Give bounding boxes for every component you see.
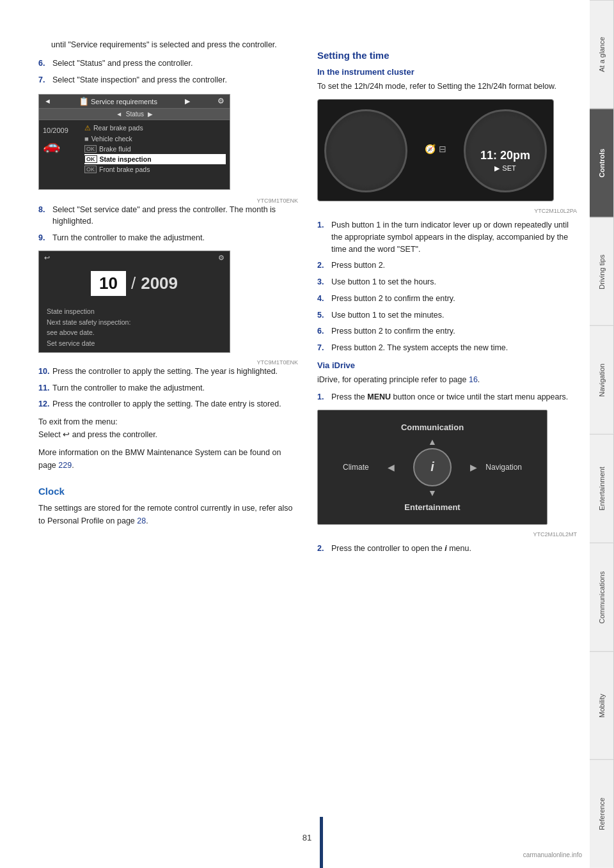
inst-step-7-num: 7. [317,342,331,354]
clock-text-label: The settings are stored for the remote c… [38,504,292,525]
step-9-num: 9. [38,232,52,244]
more-info-link[interactable]: 229 [58,461,72,470]
inst-step-1-text: Push button 1 in the turn indicator leve… [331,219,577,255]
screen-rows: 10/2009 🚗 ⚠ Rear brake pads ■ Vehicle ch… [39,120,230,177]
screen-left-info: 10/2009 🚗 [43,123,84,174]
settings-icon: ⚙ [218,254,224,262]
screen-row-brake-pads: ⚠ Rear brake pads [84,123,226,134]
left-column: until "Service requirements" is selected… [38,38,298,842]
instrument-steps: 1. Push button 1 in the turn indicator l… [317,219,577,354]
date-box-header: ↩ ⚙ [39,251,230,265]
inst-step-2: 2. Press button 2. [317,260,577,272]
step-12-text: Press the controller to apply the settin… [52,398,298,410]
instrument-cluster-heading: In the instrument cluster [317,67,577,77]
step-8-text: Select "Set service date" and press the … [52,204,298,228]
screen-items: ⚠ Rear brake pads ■ Vehicle check OK Bra… [84,123,226,174]
left-gauge [324,109,407,192]
screen-row-vehicle-check: ■ Vehicle check [84,134,226,144]
more-info-end: . [72,461,74,470]
step-12-num: 12. [38,398,52,410]
screen-header-back-icon: ◄ [44,97,51,105]
ok-badge-brake-fluid: OK [84,145,97,153]
cluster-center-icons: 🧭 ⊟ [425,144,446,157]
via-idrive-heading: Via iDrive [317,360,577,370]
exit-text: To exit from the menu: Select ↩ and pres… [38,415,298,441]
screen-row-vehicle-check-label: Vehicle check [91,135,132,143]
date-info: State inspection Next state safety inspe… [39,302,230,353]
sidebar-item-controls[interactable]: Controls [590,109,614,217]
sidebar-tabs: At a glance Controls Driving tips Naviga… [590,0,614,868]
intro-text: until "Service requirements" is selected… [38,38,298,51]
sidebar-item-navigation[interactable]: Navigation [590,325,614,434]
sidebar-item-mobility[interactable]: Mobility [590,651,614,760]
ok-badge-front-brake: OK [84,166,97,173]
set-arrow-icon: ▶ [494,164,500,173]
sidebar-item-at-a-glance[interactable]: At a glance [590,0,614,109]
idrive-navigation-label: Navigation [485,463,522,472]
idrive-intro-end: . [478,375,480,384]
cluster-inner: 11: 20pm ▶ SET 🧭 ⊟ [318,100,553,201]
screen-row-front-brake: OK Front brake pads [84,164,226,174]
inst-step-1-num: 1. [317,219,331,255]
clock-page-link[interactable]: 28 [137,516,146,525]
inst-step-2-num: 2. [317,260,331,272]
inst-step-3-text: Use button 1 to set the hours. [331,276,577,288]
date-info-line2: Next state safety inspection: [47,317,222,328]
cluster-screen-caption: YTC2M1L0L2PA [317,208,577,214]
step-8: 8. Select "Set service date" and press t… [38,204,298,228]
inst-step-4: 4. Press button 2 to confirm the entry. [317,293,577,305]
date-info-line3: see above date. [47,327,222,338]
step-12: 12. Press the controller to apply the se… [38,398,298,410]
step-6: 6. Select "Status" and press the control… [38,58,298,70]
idrive-step-1-num: 1. [317,391,331,403]
step-7: 7. Select "State inspection" and press t… [38,74,298,86]
inst-step-6-text: Press button 2 to confirm the entry. [331,325,577,337]
service-screen-caption: YTC9M1T0ENK [38,198,298,204]
idrive-intro: iDrive, for operating principle refer to… [317,373,577,386]
step-6-num: 6. [38,58,52,70]
watermark: carmanualonline.info [523,851,582,858]
step-7-text: Select "State inspection" and press the … [52,74,298,86]
sidebar-item-entertainment[interactable]: Entertainment [590,434,614,543]
steps-part2: 8. Select "Set service date" and press t… [38,204,298,244]
inst-step-4-num: 4. [317,293,331,305]
screen-row-front-brake-label: Front brake pads [99,166,150,173]
idrive-arrow-up: ▲ [428,437,437,447]
idrive-center-circle: i [413,448,452,486]
step-9: 9. Turn the controller to make the adjus… [38,232,298,244]
screen-status-bar: ◄ Status ▶ [39,109,230,120]
inst-step-6: 6. Press button 2 to confirm the entry. [317,325,577,337]
inst-step-5-num: 5. [317,309,331,322]
inst-step-7-text: Press button 2. The system accepts the n… [331,342,577,354]
sidebar-item-driving-tips[interactable]: Driving tips [590,217,614,326]
set-text: SET [502,164,516,172]
step-10-num: 10. [38,366,52,378]
idrive-step-2-text: Press the controller to open the i menu. [331,543,577,555]
idrive-arrow-left: ◀ [388,462,395,472]
back-nav-icon: ↩ [44,254,50,262]
right-column: Setting the time In the instrument clust… [317,38,577,842]
date-screen-caption: YTC9M1T0ENK [38,359,298,366]
idrive-screen-caption: YTC2M1L0L2MT [317,531,577,538]
step-10-text: Press the controller to apply the settin… [52,366,298,378]
screen-header-title: 📋 Service requirements [79,97,157,106]
step-9-text: Turn the controller to make the adjustme… [52,232,298,244]
service-requirements-screen: ◄ 📋 Service requirements ▶ ⚙ ◄ Status ▶ … [38,94,230,190]
cluster-top-icons: 🧭 ⊟ [425,144,446,154]
ok-badge-state-inspection: OK [84,155,97,163]
time-display: 11: 20pm [480,149,530,162]
screen-row-brake-fluid: OK Brake fluid [84,144,226,154]
clock-text: The settings are stored for the remote c… [38,502,298,527]
sidebar-item-reference[interactable]: Reference [590,759,614,868]
sidebar-item-communications[interactable]: Communications [590,543,614,651]
idrive-page-link[interactable]: 16 [469,375,478,384]
date-slash: / [131,274,136,293]
page-number: 81 [294,833,320,842]
more-info-label: More information on the BMW Maintenance … [38,448,281,470]
step-7-num: 7. [38,74,52,86]
idrive-menu-inner: Communication ▲ Climate ◀ i ▶ Navigation… [330,416,535,518]
inst-step-2-text: Press button 2. [331,260,577,272]
screen-date: 10/2009 [43,124,81,134]
instrument-cluster-screen: 11: 20pm ▶ SET 🧭 ⊟ [317,99,554,201]
date-info-line1: State inspection [47,306,222,317]
